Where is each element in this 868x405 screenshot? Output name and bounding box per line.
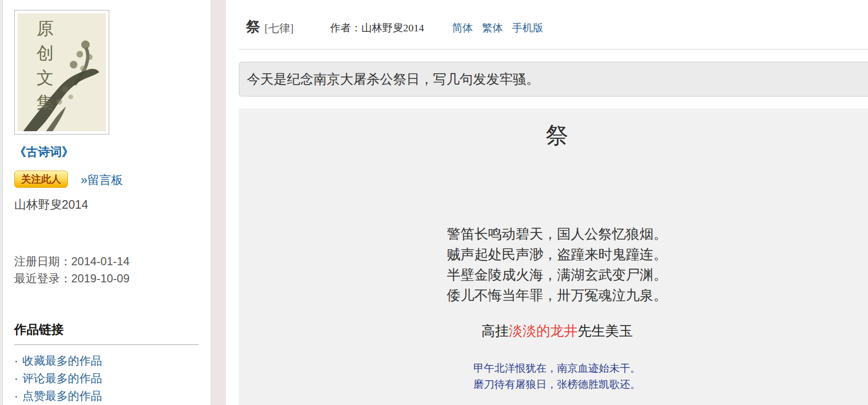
author-note-text: 今天是纪念南京大屠杀公祭日，写几句发发牢骚。 [247,72,539,87]
collection-cover[interactable]: 原 创 文 集 [14,10,109,135]
message-board-link[interactable]: »留言板 [81,172,123,188]
works-links-list: ·收藏最多的作品 ·评论最多的作品 ·点赞最多的作品 [14,352,102,405]
view-mode-links: 简体 繁体 手机版 [452,21,549,35]
dedication-user-link[interactable]: 淡淡的龙井 [509,323,578,338]
footnote-line: 甲午北洋恨犹在，南京血迹始未干。 [239,360,868,376]
dedication-prefix: 高挂 [481,323,509,338]
cover-art: 原 创 文 集 [18,13,106,131]
list-item: ·点赞最多的作品 [14,387,102,405]
post-title: 祭 [246,17,260,37]
header-divider [239,49,868,49]
last-login-label: 最近登录： [14,272,71,285]
bullet: · [14,354,18,367]
poem-body: 警笛长鸣动碧天，国人公祭忆狼烟。 贼声起处民声渺，盗蹱来时鬼蹱连。 半壁金陵成火… [239,224,868,306]
author-note-box: 今天是纪念南京大屠杀公祭日，写几句发发牢骚。 [239,62,868,96]
works-links-heading: 作品链接 [14,321,198,345]
last-login-value: 2019-10-09 [71,272,130,285]
svg-text:文: 文 [37,68,54,87]
bullet: · [14,372,18,385]
poem-sheet: 祭 警笛长鸣动碧天，国人公祭忆狼烟。 贼声起处民声渺，盗蹱来时鬼蹱连。 半壁金陵… [239,108,868,405]
dedication-line: 高挂淡淡的龙井先生美玉 [239,324,868,338]
list-item: ·收藏最多的作品 [14,352,102,369]
username: 山林野叟2014 [14,197,88,212]
poem-line: 半壁金陵成火海，满湖玄武变尸渊。 [239,265,868,285]
poem-line: 贼声起处民声渺，盗蹱来时鬼蹱连。 [239,244,868,265]
page-left-edge [0,0,3,405]
poem-title: 祭 [239,122,868,149]
last-login: 最近登录：2019-10-09 [14,271,130,286]
main-content: 祭 [七律] 作者：山林野叟2014 简体 繁体 手机版 今天是纪念南京大屠杀公… [226,0,868,405]
author-label: 作者： [330,22,361,34]
sidebar: 原 创 文 集 《古诗词》 关注此人 »留言板 山林野叟2014 注册日期：20… [4,0,210,405]
works-link-most-favorited[interactable]: 收藏最多的作品 [22,354,102,367]
svg-text:创: 创 [37,44,54,63]
traditional-chinese-link[interactable]: 繁体 [482,22,503,34]
svg-text:集: 集 [37,93,54,112]
works-link-most-liked[interactable]: 点赞最多的作品 [22,389,102,402]
register-date: 注册日期：2014-01-14 [14,254,130,269]
register-date-value: 2014-01-14 [71,255,130,268]
list-item: ·评论最多的作品 [14,369,102,387]
footnote-poem: 甲午北洋恨犹在，南京血迹始未干。 磨刀待有屠狼日，张榜德胜凯歌还。 [239,360,868,393]
author-name: 山林野叟2014 [361,22,424,34]
simplified-chinese-link[interactable]: 简体 [452,22,473,34]
post-author: 作者：山林野叟2014 [330,21,424,35]
message-board-label: 留言板 [87,173,123,186]
svg-text:原: 原 [37,19,54,38]
register-date-label: 注册日期： [14,255,71,268]
post-genre: [七律] [264,21,293,36]
poem-line: 倭儿不悔当年罪，卅万冤魂泣九泉。 [239,285,868,306]
sidebar-main-divider [210,0,226,405]
poem-line: 警笛长鸣动碧天，国人公祭忆狼烟。 [239,224,868,244]
dedication-suffix: 先生美玉 [578,323,633,338]
follow-button[interactable]: 关注此人 [14,171,68,188]
mobile-version-link[interactable]: 手机版 [512,22,543,34]
double-angle-icon: » [81,173,87,186]
works-link-most-commented[interactable]: 评论最多的作品 [22,372,102,385]
bullet: · [14,389,18,402]
footnote-line: 磨刀待有屠狼日，张榜德胜凯歌还。 [239,376,868,393]
collection-title-link[interactable]: 《古诗词》 [14,144,74,160]
